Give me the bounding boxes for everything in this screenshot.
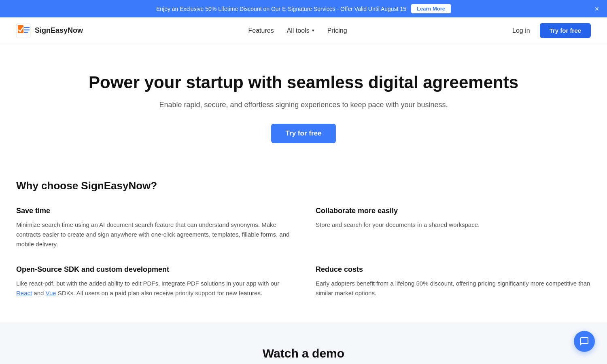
banner-close-button[interactable]: × <box>594 5 599 13</box>
why-section: Why choose SignEasyNow? Save time Minimi… <box>0 163 607 314</box>
feature-reduce-costs-title: Reduce costs <box>316 265 591 274</box>
nav-all-tools[interactable]: All tools ▾ <box>287 27 314 34</box>
feature-sdk-title: Open-Source SDK and custom development <box>16 265 291 274</box>
react-link[interactable]: React <box>16 290 32 296</box>
main-nav: SignEasyNow Features All tools ▾ Pricing… <box>0 17 607 44</box>
feature-collaborate-desc: Store and search for your documents in a… <box>316 220 591 230</box>
hero-title: Power your startup with seamless digital… <box>16 72 591 93</box>
feature-save-time-title: Save time <box>16 207 291 215</box>
chevron-down-icon: ▾ <box>312 28 314 33</box>
why-title: Why choose SignEasyNow? <box>16 180 591 192</box>
logo-link[interactable]: SignEasyNow <box>16 23 83 38</box>
banner-text: Enjoy an Exclusive 50% Lifetime Discount… <box>156 6 406 12</box>
vue-link[interactable]: Vue <box>46 290 56 296</box>
feature-sdk: Open-Source SDK and custom development L… <box>16 265 291 298</box>
feature-reduce-costs: Reduce costs Early adopters benefit from… <box>316 265 591 298</box>
feature-sdk-desc: Like react-pdf, but with the added abili… <box>16 279 291 298</box>
demo-title: Watch a demo <box>16 347 591 360</box>
sdk-desc-text1: Like react-pdf, but with the added abili… <box>16 280 279 287</box>
try-for-free-button-hero[interactable]: Try for free <box>271 124 336 143</box>
feature-collaborate: Collaborate more easily Store and search… <box>316 207 591 249</box>
login-link[interactable]: Log in <box>512 27 530 34</box>
features-grid: Save time Minimize search time using an … <box>16 207 591 298</box>
nav-features[interactable]: Features <box>248 27 274 34</box>
chat-icon <box>579 336 589 346</box>
logo-text: SignEasyNow <box>35 26 83 35</box>
sdk-desc-text3: SDKs. All users on a paid plan also rece… <box>56 290 262 296</box>
try-for-free-button-nav[interactable]: Try for free <box>540 23 591 38</box>
promo-banner: Enjoy an Exclusive 50% Lifetime Discount… <box>0 0 607 17</box>
learn-more-button[interactable]: Learn More <box>411 4 451 13</box>
nav-pricing[interactable]: Pricing <box>327 27 347 34</box>
feature-reduce-costs-desc: Early adopters benefit from a lifelong 5… <box>316 279 591 298</box>
logo-icon <box>16 23 31 38</box>
chat-button[interactable] <box>574 331 595 352</box>
hero-section: Power your startup with seamless digital… <box>0 44 607 163</box>
nav-links: Features All tools ▾ Pricing <box>248 27 347 34</box>
nav-right: Log in Try for free <box>512 23 591 38</box>
svg-rect-1 <box>18 25 23 33</box>
feature-save-time: Save time Minimize search time using an … <box>16 207 291 249</box>
feature-save-time-desc: Minimize search time using an AI documen… <box>16 220 291 249</box>
demo-section: Watch a demo <box>0 322 607 364</box>
sdk-desc-text2: and <box>32 290 45 296</box>
feature-collaborate-title: Collaborate more easily <box>316 207 591 215</box>
hero-subtitle: Enable rapid, secure, and effortless sig… <box>16 101 591 109</box>
